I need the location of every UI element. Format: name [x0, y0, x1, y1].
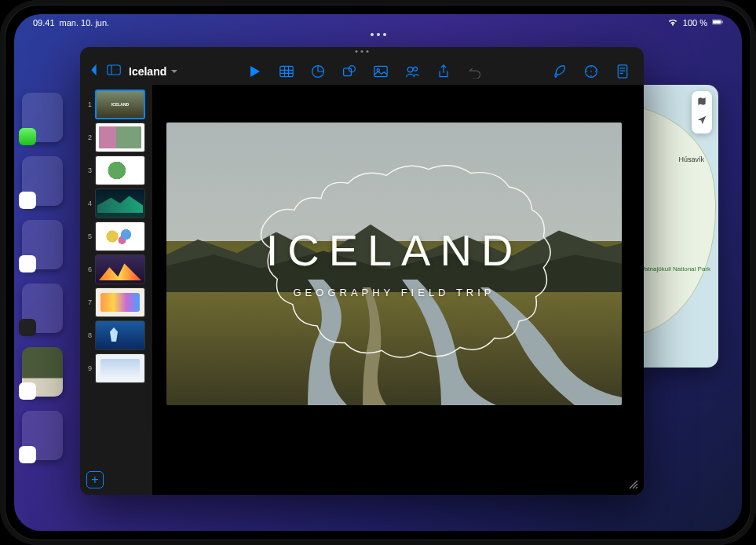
svg-point-18	[590, 71, 592, 72]
sidebar-toggle-button[interactable]	[107, 63, 121, 80]
slide-num: 2	[85, 134, 92, 141]
slide-thumb-5[interactable]: 5	[85, 221, 148, 251]
map-label-vatnajokull[interactable]: Vatnajökull National Park	[634, 265, 710, 272]
back-button[interactable]	[88, 63, 99, 80]
svg-rect-3	[108, 65, 121, 75]
svg-rect-23	[618, 65, 626, 78]
window-multitask-dots[interactable]	[356, 50, 369, 53]
map-mode-icon[interactable]	[696, 96, 707, 110]
maps-toolbar	[692, 91, 712, 134]
park-pin-label: Vatnajökull National Park	[641, 265, 710, 272]
slide-subtitle[interactable]: GEOGRAPHY FIELD TRIP	[166, 287, 622, 298]
window-resize-handle[interactable]	[628, 479, 639, 490]
ipad-frame: 09.41 man. 10. jun. 100 %	[0, 0, 756, 545]
slide-thumb-3[interactable]: 3	[85, 155, 148, 185]
slide-num: 4	[85, 199, 92, 207]
insert-chart-button[interactable]	[309, 63, 327, 80]
slide-num: 3	[85, 166, 92, 174]
shelf-app-messages[interactable]	[22, 93, 63, 142]
insert-shape-button[interactable]	[341, 63, 358, 80]
insert-table-button[interactable]	[278, 63, 295, 80]
status-time: 09.41	[33, 18, 55, 27]
slide-num: 5	[85, 232, 92, 240]
document-title[interactable]: Iceland	[129, 65, 179, 78]
shelf-app-preview[interactable]	[22, 347, 63, 397]
slide-1[interactable]: ICELAND GEOGRAPHY FIELD TRIP	[166, 123, 622, 405]
slide-num: 1	[85, 101, 92, 108]
slide-thumb-9[interactable]: 9	[85, 353, 148, 383]
stage-manager-shelf	[19, 93, 66, 460]
svg-point-19	[590, 66, 592, 68]
format-brush-button[interactable]	[551, 63, 568, 80]
collaborate-button[interactable]	[404, 63, 421, 80]
undo-button[interactable]	[466, 63, 484, 80]
svg-rect-5	[280, 66, 293, 76]
svg-point-22	[595, 71, 597, 72]
chevron-down-icon	[170, 67, 179, 76]
add-slide-button[interactable]: +	[86, 471, 104, 488]
keynote-window: Iceland	[80, 47, 644, 495]
plus-icon: +	[91, 473, 98, 487]
slide-num: 8	[85, 331, 92, 339]
wifi-icon	[667, 17, 678, 28]
svg-rect-2	[722, 21, 723, 24]
svg-rect-13	[374, 66, 387, 76]
play-button[interactable]	[247, 63, 264, 80]
shelf-app-photos[interactable]	[22, 411, 63, 460]
slide-thumb-7[interactable]: 7	[85, 287, 148, 317]
slide-thumb-2[interactable]: 2	[85, 123, 148, 152]
keynote-toolbar: Iceland	[80, 47, 644, 85]
slide-title[interactable]: ICELAND	[166, 225, 622, 276]
svg-rect-1	[713, 20, 721, 24]
svg-point-16	[414, 67, 418, 71]
shelf-app-freeform[interactable]	[22, 220, 63, 269]
shelf-app-files[interactable]	[22, 156, 63, 206]
multitask-indicator[interactable]	[371, 33, 386, 36]
battery-icon	[712, 17, 723, 28]
slide-thumb-8[interactable]: 8	[85, 320, 148, 350]
slide-num: 6	[85, 265, 92, 273]
animate-button[interactable]	[583, 63, 600, 80]
slide-navigator: 1 2 3 4 5 6 7 8 9 +	[80, 85, 152, 495]
slide-canvas[interactable]: ICELAND GEOGRAPHY FIELD TRIP	[152, 85, 644, 495]
slide-num: 7	[85, 298, 92, 306]
document-options-button[interactable]	[614, 63, 631, 80]
svg-point-20	[590, 75, 592, 77]
slide-thumb-6[interactable]: 6	[85, 254, 148, 284]
insert-media-button[interactable]	[372, 63, 389, 80]
svg-point-21	[586, 71, 587, 72]
svg-point-15	[407, 67, 413, 72]
svg-point-12	[349, 66, 355, 72]
slide-num: 9	[85, 364, 92, 372]
battery-label: 100 %	[683, 18, 707, 27]
ipad-screen: 09.41 man. 10. jun. 100 %	[14, 14, 742, 531]
share-button[interactable]	[435, 63, 452, 80]
map-label-husavik[interactable]: Húsavík	[678, 155, 704, 163]
status-bar: 09.41 man. 10. jun. 100 %	[14, 14, 742, 31]
shelf-app-calculator[interactable]	[22, 283, 63, 333]
document-title-label: Iceland	[129, 65, 166, 78]
slide-thumb-4[interactable]: 4	[85, 188, 148, 218]
status-date: man. 10. jun.	[60, 18, 110, 27]
slide-thumb-1[interactable]: 1	[85, 90, 148, 119]
locate-icon[interactable]	[696, 115, 707, 129]
